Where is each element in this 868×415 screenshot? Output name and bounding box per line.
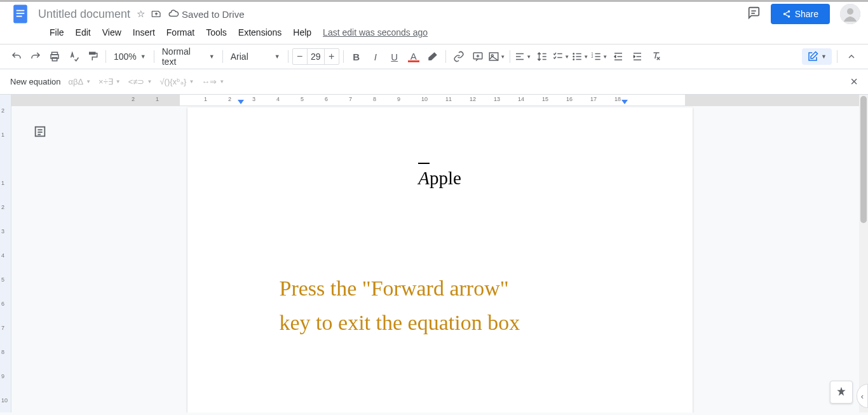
paint-format-button[interactable] — [84, 48, 102, 65]
eq-arrows-menu[interactable]: ↔⇒▼ — [201, 77, 224, 86]
italic-button[interactable]: I — [367, 48, 384, 65]
zoom-select[interactable]: 100%▼ — [110, 48, 150, 65]
clear-format-button[interactable] — [648, 48, 665, 65]
bold-button[interactable]: B — [348, 48, 365, 65]
align-button[interactable]: ▼ — [514, 48, 532, 65]
eq-rel-menu[interactable]: <≠⊃▼ — [128, 77, 153, 86]
highlight-button[interactable] — [424, 48, 442, 65]
menu-edit[interactable]: Edit — [71, 25, 96, 40]
vertical-ruler: 2112345678910 — [0, 95, 11, 412]
redo-button[interactable] — [27, 48, 44, 65]
share-button[interactable]: Share — [771, 4, 830, 24]
document-page[interactable]: Apple Press the "Forward arrow" key to e… — [187, 107, 693, 412]
bullet-list-button[interactable]: ▼ — [571, 48, 589, 65]
insert-image-button[interactable]: ▼ — [488, 48, 506, 65]
document-main-text[interactable]: Apple — [248, 168, 632, 189]
comment-history-icon[interactable] — [747, 6, 761, 22]
print-button[interactable] — [46, 48, 64, 65]
font-select[interactable]: Arial▼ — [227, 48, 284, 65]
font-size-increase[interactable]: + — [325, 49, 339, 64]
vertical-scrollbar[interactable] — [859, 95, 868, 412]
svg-text:2: 2 — [592, 55, 593, 58]
svg-rect-2 — [17, 13, 25, 14]
cloud-icon — [168, 8, 179, 21]
equation-bar-close[interactable]: × — [850, 74, 858, 89]
svg-point-26 — [573, 59, 574, 60]
numbered-list-button[interactable]: 12▼ — [590, 48, 608, 65]
svg-rect-1 — [17, 10, 25, 11]
svg-rect-3 — [17, 16, 22, 17]
menu-help[interactable]: Help — [288, 25, 316, 40]
document-annotation: Press the "Forward arrow" key to exit th… — [248, 271, 632, 341]
editing-mode-button[interactable]: ▼ — [802, 48, 832, 65]
eq-greek-menu[interactable]: αβΔ▼ — [69, 77, 92, 86]
line-spacing-button[interactable] — [533, 48, 551, 65]
increase-indent-button[interactable] — [628, 48, 646, 65]
explore-button[interactable] — [830, 381, 853, 404]
new-equation-button[interactable]: New equation — [10, 77, 61, 86]
undo-button[interactable] — [8, 48, 25, 65]
underline-button[interactable]: U — [386, 48, 403, 65]
decrease-indent-button[interactable] — [609, 48, 627, 65]
last-edit-link[interactable]: Last edit was seconds ago — [323, 27, 428, 37]
menu-insert[interactable]: Insert — [128, 25, 160, 40]
menu-tools[interactable]: Tools — [201, 25, 232, 40]
star-icon[interactable]: ☆ — [137, 8, 145, 20]
horizontal-ruler[interactable]: 21123456789101112131415161718 — [11, 95, 868, 106]
eq-math-menu[interactable]: √(){xᵇₐ}▼ — [159, 77, 194, 86]
svg-point-7 — [847, 8, 853, 15]
style-select[interactable]: Normal text▼ — [158, 48, 219, 65]
font-size-input[interactable]: 29 — [307, 49, 325, 64]
hide-menus-button[interactable] — [843, 48, 860, 65]
menu-view[interactable]: View — [97, 25, 126, 40]
insert-link-button[interactable] — [450, 48, 468, 65]
eq-ops-menu[interactable]: ×÷∃▼ — [98, 77, 121, 86]
svg-point-24 — [573, 53, 574, 55]
text-color-button[interactable]: A — [405, 48, 423, 65]
checklist-button[interactable]: ▼ — [552, 48, 570, 65]
add-comment-button[interactable] — [469, 48, 487, 65]
spellcheck-button[interactable] — [65, 48, 83, 65]
svg-point-25 — [573, 56, 574, 57]
menu-extensions[interactable]: Extensions — [233, 25, 287, 40]
menu-file[interactable]: File — [44, 25, 69, 40]
docs-logo-icon[interactable] — [8, 1, 33, 27]
move-icon[interactable] — [151, 8, 161, 20]
show-outline-button[interactable] — [31, 122, 50, 141]
save-status-text: Saved to Drive — [182, 9, 244, 20]
font-size-decrease[interactable]: − — [293, 49, 307, 64]
menu-format[interactable]: Format — [161, 25, 200, 40]
document-title[interactable]: Untitled document — [38, 8, 130, 21]
account-avatar[interactable] — [840, 4, 860, 24]
